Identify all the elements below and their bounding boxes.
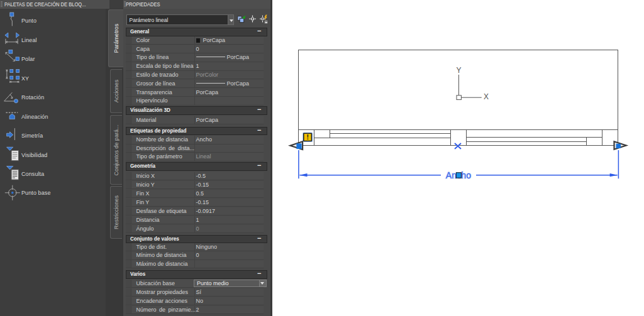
svg-text:Y: Y: [456, 66, 461, 75]
svg-text:X: X: [484, 92, 489, 101]
svg-text:!: !: [306, 133, 309, 141]
